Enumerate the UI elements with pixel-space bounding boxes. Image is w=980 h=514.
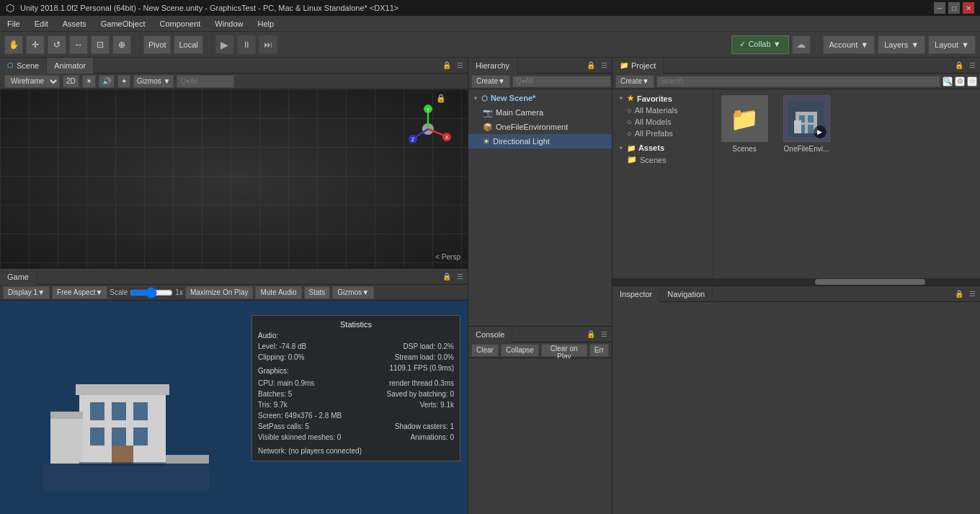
- menu-file[interactable]: File: [0, 18, 27, 30]
- console-clear-on-play-button[interactable]: Clear on Play: [541, 344, 587, 357]
- project-create-button[interactable]: Create ▼: [615, 75, 654, 88]
- game-lock-icon[interactable]: 🔒: [442, 272, 452, 282]
- animator-tab[interactable]: Animator: [47, 58, 94, 74]
- tool-scale-button[interactable]: ↔: [69, 35, 88, 54]
- hierarchy-scene-item[interactable]: ▼ ⬡ New Scene*: [468, 91, 612, 105]
- cloud-button[interactable]: ☁: [792, 35, 811, 54]
- lighting-button[interactable]: ☀: [82, 75, 96, 88]
- game-tab[interactable]: Game: [0, 269, 37, 285]
- project-scrollbar-track[interactable]: [612, 278, 980, 285]
- project-scrollbar-thumb[interactable]: [815, 279, 925, 285]
- step-button[interactable]: ⏭: [259, 35, 277, 54]
- menu-window[interactable]: Window: [208, 18, 250, 30]
- favorites-triangle-icon: ▼: [618, 95, 624, 102]
- layers-button[interactable]: Layers ▼: [878, 35, 925, 54]
- console-tab[interactable]: Console: [468, 327, 512, 342]
- menu-help[interactable]: Help: [250, 18, 281, 30]
- menu-component[interactable]: Component: [152, 18, 208, 30]
- navigation-tab[interactable]: Navigation: [660, 286, 713, 302]
- inspector-tab[interactable]: Inspector: [612, 286, 660, 302]
- collab-button[interactable]: ✓ Collab ▼: [731, 35, 788, 54]
- project-search-input[interactable]: [656, 76, 940, 87]
- console-error-pause-button[interactable]: Err: [589, 344, 609, 357]
- scenes-folder-item[interactable]: 📁 Scenes: [612, 154, 713, 166]
- stats-button[interactable]: Stats: [304, 286, 331, 299]
- stats-batches-row: Batches: 5 Saved by batching: 0: [258, 389, 454, 399]
- menu-gameobject[interactable]: GameObject: [94, 18, 153, 30]
- layers-label: Layers: [884, 40, 908, 49]
- all-materials-item[interactable]: ○ All Materials: [612, 105, 713, 116]
- mute-audio-button[interactable]: Mute Audio: [255, 286, 301, 299]
- scene-tab-label: Scene: [17, 61, 39, 70]
- tool-rotate-button[interactable]: ↺: [48, 35, 66, 54]
- layout-button[interactable]: Layout ▼: [928, 35, 976, 54]
- hierarchy-lock-icon[interactable]: 🔒: [586, 61, 596, 71]
- game-content[interactable]: Statistics Audio: Level: -74.8 dB DSP lo…: [0, 301, 468, 514]
- asset-item-onefileenv[interactable]: ▶ OneFileEnvi...: [781, 95, 832, 153]
- hierarchy-create-button[interactable]: Create ▼: [471, 75, 510, 88]
- hierarchy-tab-label: Hierarchy: [476, 61, 509, 70]
- assets-header[interactable]: ▼ 📁 Assets: [612, 142, 713, 154]
- scene-content[interactable]: Y X Z < Persp 🔒: [0, 89, 468, 268]
- tool-transform-button[interactable]: ⊕: [112, 35, 131, 54]
- display-select-button[interactable]: Display 1 ▼: [3, 286, 50, 299]
- menu-edit[interactable]: Edit: [27, 18, 55, 30]
- hierarchy-light-item[interactable]: ☀ Directional Light: [468, 134, 612, 149]
- tool-rect-button[interactable]: ⊡: [91, 35, 110, 54]
- game-menu-icon[interactable]: ☰: [455, 272, 465, 282]
- asset-item-scenes[interactable]: 📁 Scenes: [719, 95, 770, 153]
- all-prefabs-item[interactable]: ○ All Prefabs: [612, 128, 713, 139]
- close-button[interactable]: ✕: [963, 2, 974, 14]
- project-expand-button[interactable]: ☆: [967, 76, 977, 87]
- game-gizmos-button[interactable]: Gizmos ▼: [332, 286, 374, 299]
- favorites-label: Favorites: [637, 94, 672, 103]
- maximize-button[interactable]: □: [948, 2, 960, 14]
- scenes-label: Scenes: [640, 156, 667, 164]
- project-settings-button[interactable]: ⚙: [955, 76, 965, 87]
- tool-hand-button[interactable]: ✋: [4, 35, 23, 54]
- gizmos-button[interactable]: Gizmos ▼: [133, 75, 174, 88]
- aspect-select-button[interactable]: Free Aspect ▼: [52, 286, 107, 299]
- all-models-item[interactable]: ○ All Models: [612, 116, 713, 128]
- local-button[interactable]: Local: [174, 35, 202, 54]
- maximize-on-play-button[interactable]: Maximize On Play: [185, 286, 254, 299]
- inspector-lock-icon[interactable]: 🔒: [954, 289, 964, 299]
- hierarchy-tab[interactable]: Hierarchy: [468, 58, 517, 74]
- svg-rect-27: [808, 115, 814, 123]
- play-button[interactable]: ▶: [215, 35, 234, 54]
- fx-button[interactable]: ✦: [117, 75, 130, 88]
- hierarchy-search-input[interactable]: [512, 76, 611, 87]
- hierarchy-menu-icon[interactable]: ☰: [599, 61, 609, 71]
- svg-text:Y: Y: [427, 107, 430, 112]
- console-menu-icon[interactable]: ☰: [599, 329, 609, 340]
- project-lock-icon[interactable]: 🔒: [954, 61, 964, 71]
- menu-assets[interactable]: Assets: [55, 18, 94, 30]
- hierarchy-env-item[interactable]: 📦 OneFileEnvironment: [468, 120, 612, 134]
- tool-move-button[interactable]: ✛: [26, 35, 45, 54]
- stats-graphics-row: Graphics: 1109.1 FPS (0.9ms): [258, 363, 454, 378]
- 2d-button[interactable]: 2D: [63, 75, 79, 88]
- pivot-button[interactable]: Pivot: [143, 35, 171, 54]
- view-mode-select[interactable]: Wireframe Shaded: [4, 75, 60, 88]
- search-options-button[interactable]: 🔍: [943, 76, 953, 87]
- scene-search-input[interactable]: [177, 75, 234, 88]
- console-collapse-button[interactable]: Collapse: [501, 344, 539, 357]
- inspector-menu-icon[interactable]: ☰: [967, 289, 977, 299]
- hierarchy-camera-item[interactable]: 📷 Main Camera: [468, 105, 612, 120]
- stats-screen: Screen: 649x376 - 2.8 MB: [258, 410, 342, 421]
- project-menu-icon[interactable]: ☰: [967, 61, 977, 71]
- pause-button[interactable]: ⏸: [237, 35, 256, 54]
- scale-slider[interactable]: [130, 288, 173, 298]
- audio-button[interactable]: 🔊: [99, 75, 115, 88]
- console-clear-button[interactable]: Clear: [471, 344, 499, 357]
- console-lock-icon[interactable]: 🔒: [586, 329, 596, 340]
- scene-lock-icon[interactable]: 🔒: [442, 61, 452, 71]
- project-tab[interactable]: 📁 Project: [612, 58, 664, 74]
- gizmo-widget[interactable]: Y X Z: [403, 104, 453, 154]
- hierarchy-light-label: Directional Light: [493, 137, 550, 146]
- scene-menu-icon[interactable]: ☰: [455, 61, 465, 71]
- scene-tab[interactable]: ⬡ Scene: [0, 58, 47, 74]
- favorites-header[interactable]: ▼ ★ Favorites: [612, 92, 713, 105]
- minimize-button[interactable]: ─: [934, 2, 945, 14]
- account-button[interactable]: Account ▼: [823, 35, 876, 54]
